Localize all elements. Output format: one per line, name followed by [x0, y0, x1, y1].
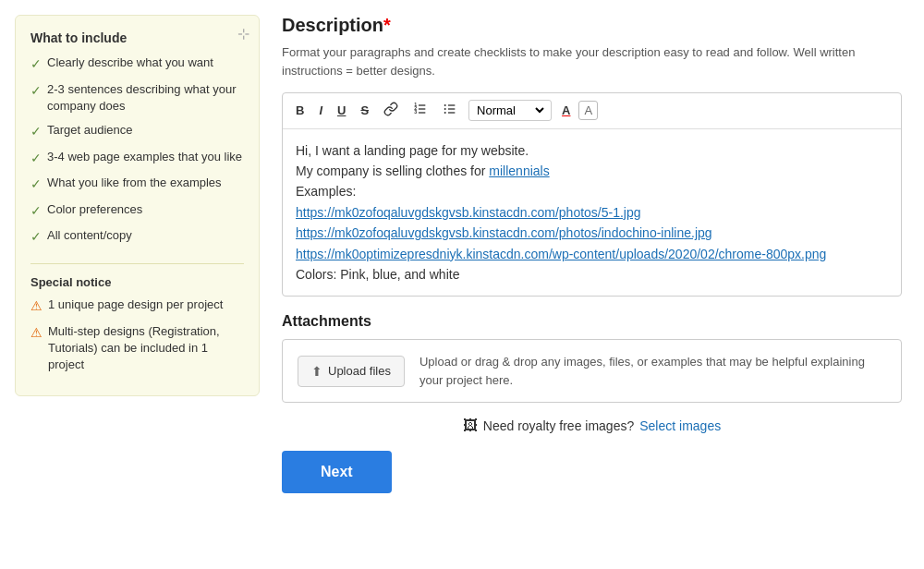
check-icon: ✓	[30, 55, 42, 74]
editor-line-2: My company is selling clothes for millen…	[296, 161, 888, 181]
list-item: ✓ Color preferences	[30, 201, 244, 221]
required-star: *	[383, 15, 391, 35]
attachments-title: Attachments	[282, 313, 902, 330]
check-icon: ✓	[30, 176, 42, 194]
warning-icon: ⚠	[30, 324, 43, 343]
example-link-3[interactable]: https://mk0optimizepresdniyk.kinstacdn.c…	[296, 247, 826, 261]
page-title: Description*	[282, 15, 902, 36]
drag-icon: ⊹	[237, 25, 249, 42]
format-select[interactable]: Normal Heading 1 Heading 2 Heading 3	[473, 103, 547, 118]
editor-body[interactable]: Hi, I want a landing page for my website…	[283, 129, 901, 297]
notice-item: ⚠ 1 unique page design per project	[30, 297, 244, 316]
select-images-link[interactable]: Select images	[639, 418, 721, 433]
unordered-list-button[interactable]	[437, 99, 463, 123]
bold-button[interactable]: B	[290, 101, 310, 121]
list-item: ✓ Target audience	[30, 122, 244, 141]
example-link-2[interactable]: https://mk0zofoqaluvgdskgvsb.kinstacdn.c…	[296, 225, 712, 240]
check-icon: ✓	[30, 150, 42, 168]
clear-format-button[interactable]: A	[578, 101, 598, 120]
page-description: Format your paragraphs and create checkl…	[282, 43, 902, 79]
sidebar-panel: ⊹ What to include ✓ Clearly describe wha…	[15, 15, 260, 396]
editor-line-4: Colors: Pink, blue, and white	[296, 264, 888, 284]
check-icon: ✓	[30, 82, 42, 101]
upload-files-button[interactable]: ⬆ Upload files	[298, 356, 405, 387]
millennials-link[interactable]: millennials	[489, 163, 549, 178]
upload-icon: ⬆	[311, 364, 322, 379]
strikethrough-button[interactable]: S	[355, 101, 374, 121]
example-link-1[interactable]: https://mk0zofoqaluvgdskgvsb.kinstacdn.c…	[296, 205, 641, 220]
what-to-include-list: ✓ Clearly describe what you want ✓ 2-3 s…	[30, 54, 244, 247]
list-item: ✓ 2-3 sentences describing what your com…	[30, 81, 244, 115]
list-item: ✓ Clearly describe what you want	[30, 54, 244, 74]
font-color-letter: A	[562, 103, 570, 117]
attachments-section: Attachments ⬆ Upload files Upload or dra…	[282, 313, 902, 403]
check-icon: ✓	[30, 202, 42, 221]
format-select-wrap[interactable]: Normal Heading 1 Heading 2 Heading 3	[468, 100, 552, 121]
link-button[interactable]	[378, 99, 404, 123]
royalty-free-section: 🖼 Need royalty free images? Select image…	[282, 418, 902, 434]
editor-toolbar: B I U S 123 Normal Heading 1 Heading 2 H…	[283, 93, 901, 129]
royalty-free-text: Need royalty free images?	[483, 418, 634, 433]
special-notice-section: Special notice ⚠ 1 unique page design pe…	[30, 263, 244, 373]
editor-line-3: Examples:	[296, 181, 888, 201]
check-icon: ✓	[30, 228, 42, 247]
list-item: ✓ 3-4 web page examples that you like	[30, 149, 244, 168]
what-to-include-title: What to include	[30, 30, 244, 45]
next-button[interactable]: Next	[282, 451, 392, 493]
main-content: Description* Format your paragraphs and …	[260, 0, 924, 569]
svg-text:3: 3	[414, 109, 417, 115]
upload-hint: Upload or drag & drop any images, files,…	[419, 353, 886, 389]
image-icon: 🖼	[463, 418, 478, 434]
svg-point-11	[444, 112, 446, 114]
warning-icon: ⚠	[30, 297, 43, 316]
editor-link-1: https://mk0zofoqaluvgdskgvsb.kinstacdn.c…	[296, 202, 888, 223]
editor-link-3: https://mk0optimizepresdniyk.kinstacdn.c…	[296, 244, 888, 264]
list-item: ✓ All content/copy	[30, 227, 244, 247]
rich-text-editor: B I U S 123 Normal Heading 1 Heading 2 H…	[282, 92, 902, 297]
list-item: ✓ What you like from the examples	[30, 175, 244, 194]
ordered-list-button[interactable]: 123	[407, 99, 433, 123]
svg-point-10	[444, 108, 446, 110]
check-icon: ✓	[30, 123, 42, 141]
underline-button[interactable]: U	[332, 101, 351, 121]
editor-line-1: Hi, I want a landing page for my website…	[296, 140, 888, 161]
notice-list: ⚠ 1 unique page design per project ⚠ Mul…	[30, 297, 244, 373]
special-notice-title: Special notice	[30, 275, 244, 289]
editor-link-2: https://mk0zofoqaluvgdskgvsb.kinstacdn.c…	[296, 223, 888, 243]
svg-point-9	[444, 104, 446, 106]
next-button-wrapper: Next	[282, 451, 902, 493]
italic-button[interactable]: I	[313, 101, 328, 121]
font-color-button[interactable]: A	[557, 102, 575, 119]
notice-item: ⚠ Multi-step designs (Registration, Tuto…	[30, 323, 244, 374]
attachments-box: ⬆ Upload files Upload or drag & drop any…	[282, 339, 902, 403]
